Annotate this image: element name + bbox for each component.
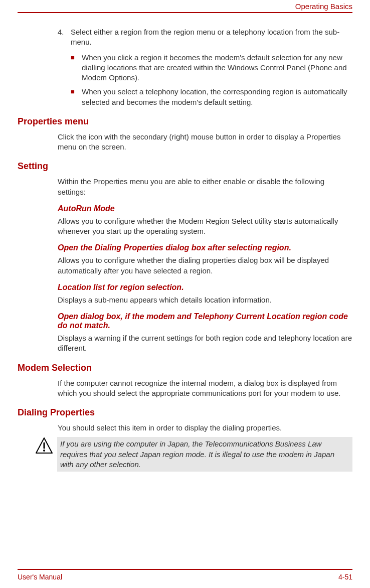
caution-icon: [35, 437, 53, 455]
heading-open-dialog: Open dialog box, if the modem and Teleph…: [58, 312, 352, 330]
heading-dialing-properties: Dialing Properties: [18, 407, 352, 418]
body-autorun: Allows you to configure whether the Mode…: [58, 216, 352, 237]
body-open-dialog: Displays a warning if the current settin…: [58, 333, 352, 354]
caution-note: If you are using the computer in Japan, …: [35, 437, 352, 472]
body-modem-selection: If the computer cannot recognize the int…: [58, 378, 352, 399]
step-number: 4.: [58, 27, 71, 48]
header-title: Operating Basics: [295, 2, 352, 11]
caution-text: If you are using the computer in Japan, …: [57, 437, 352, 472]
heading-setting: Setting: [18, 161, 352, 172]
step-text: Select either a region from the region m…: [71, 27, 352, 48]
body-setting: Within the Properties menu you are able …: [58, 177, 352, 197]
bullet-item: ■ When you click a region it becomes the…: [71, 53, 352, 83]
body-dialing-properties: You should select this item in order to …: [58, 423, 352, 433]
body-location-list: Displays a sub-menu appears which detail…: [58, 295, 352, 305]
heading-open-dialing: Open the Dialing Properties dialog box a…: [58, 243, 352, 252]
body-properties-menu: Click the icon with the secondary (right…: [58, 132, 352, 153]
bullet-item: ■ When you select a telephony location, …: [71, 87, 352, 107]
footer-left: User's Manual: [18, 573, 62, 581]
bullet-text: When you select a telephony location, th…: [82, 87, 352, 107]
heading-autorun: AutoRun Mode: [58, 204, 352, 213]
body-open-dialing: Allows you to configure whether the dial…: [58, 255, 352, 276]
heading-modem-selection: Modem Selection: [18, 363, 352, 373]
heading-properties-menu: Properties menu: [18, 116, 352, 127]
header-rule: [18, 12, 352, 13]
footer-right: 4-51: [338, 573, 352, 581]
bullet-text: When you click a region it becomes the m…: [82, 53, 352, 83]
step-4: 4. Select either a region from the regio…: [58, 27, 352, 48]
square-bullet-icon: ■: [71, 87, 82, 107]
svg-point-2: [43, 450, 45, 452]
footer-rule: [18, 569, 352, 570]
heading-location-list: Location list for region selection.: [58, 283, 352, 292]
content-area: 4. Select either a region from the regio…: [18, 27, 352, 472]
square-bullet-icon: ■: [71, 53, 82, 83]
